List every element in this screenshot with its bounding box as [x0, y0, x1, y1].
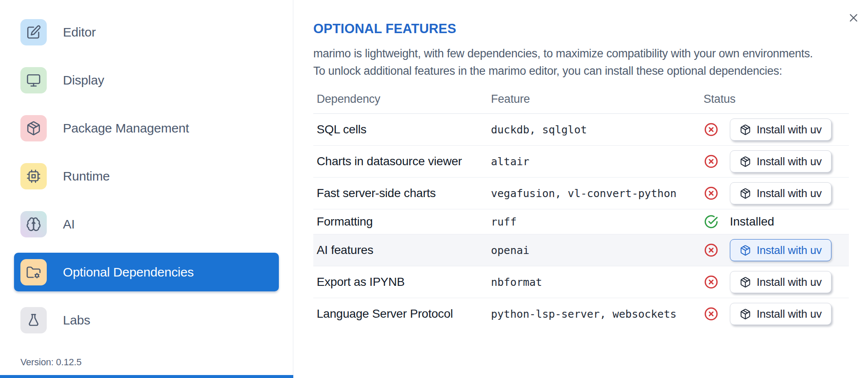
- sidebar-item-ai[interactable]: AI: [14, 205, 279, 243]
- bottom-accent-strip: [0, 375, 293, 378]
- sidebar-item-display[interactable]: Display: [14, 61, 279, 99]
- feature-packages: duckdb, sqlglot: [491, 124, 703, 136]
- status-cell: Install with uv: [703, 150, 849, 172]
- panel-title: OPTIONAL FEATURES: [313, 21, 868, 37]
- description-line-1: marimo is lightweight, with few dependen…: [313, 45, 857, 62]
- feature-packages: openai: [491, 244, 703, 257]
- install-button-label: Install with uv: [757, 244, 822, 257]
- description-line-2: To unlock additional features in the mar…: [313, 62, 857, 80]
- optional-features-panel: OPTIONAL FEATURES marimo is lightweight,…: [313, 0, 868, 378]
- dependency-name: Export as IPYNB: [317, 275, 491, 289]
- not-installed-icon: [703, 154, 719, 169]
- package-icon: [740, 276, 751, 288]
- install-with-uv-button[interactable]: Install with uv: [730, 303, 831, 325]
- status-cell: Install with uv: [703, 118, 849, 141]
- brain-icon: [20, 211, 47, 237]
- table-row: Fast server-side charts vegafusion, vl-c…: [313, 178, 849, 209]
- cpu-icon: [20, 163, 47, 189]
- install-with-uv-button[interactable]: Install with uv: [730, 182, 831, 204]
- install-with-uv-button[interactable]: Install with uv: [730, 150, 831, 172]
- sidebar-item-label: Display: [63, 73, 104, 87]
- sidebar-item-label: Optional Dependencies: [63, 265, 194, 279]
- sidebar-item-labs[interactable]: Labs: [14, 301, 279, 339]
- package-icon: [20, 115, 47, 141]
- dependency-name: Fast server-side charts: [317, 186, 491, 200]
- dependency-name: SQL cells: [317, 123, 491, 136]
- table-row: Charts in datasource viewer altair Insta…: [313, 146, 849, 178]
- panel-description: marimo is lightweight, with few dependen…: [313, 45, 857, 80]
- sidebar-item-runtime[interactable]: Runtime: [14, 157, 279, 195]
- table-header: Dependency Feature Status: [313, 93, 849, 114]
- sidebar-item-label: Labs: [63, 313, 90, 327]
- version-label: Version: 0.12.5: [20, 357, 82, 368]
- sidebar-item-editor[interactable]: Editor: [14, 13, 279, 51]
- table-row: Export as IPYNB nbformat Install with uv: [313, 266, 849, 298]
- install-with-uv-button[interactable]: Install with uv: [730, 271, 831, 293]
- feature-packages: ruff: [491, 216, 703, 228]
- status-cell: Install with uv: [703, 271, 849, 293]
- dependencies-table: Dependency Feature Status SQL cells duck…: [313, 93, 849, 330]
- feature-packages: nbformat: [491, 276, 703, 288]
- monitor-icon: [20, 67, 47, 93]
- package-icon: [740, 156, 751, 167]
- not-installed-icon: [703, 122, 719, 137]
- install-with-uv-button[interactable]: Install with uv: [730, 239, 831, 261]
- close-icon: [848, 12, 859, 24]
- header-status: Status: [703, 93, 849, 106]
- flask-icon: [20, 307, 47, 333]
- not-installed-icon: [703, 274, 719, 290]
- status-cell: Installed: [703, 214, 849, 229]
- edit-icon: [20, 19, 47, 45]
- install-with-uv-button[interactable]: Install with uv: [730, 118, 831, 141]
- status-cell: Install with uv: [703, 182, 849, 204]
- close-button[interactable]: [846, 10, 861, 25]
- sidebar-item-label: Package Management: [63, 121, 189, 135]
- sidebar-item-label: Runtime: [63, 169, 110, 183]
- table-row: SQL cells duckdb, sqlglot Install with u…: [313, 114, 849, 146]
- header-dependency: Dependency: [317, 93, 491, 106]
- not-installed-icon: [703, 186, 719, 201]
- table-row: AI features openai Install with uv: [313, 234, 849, 266]
- settings-sidebar: Editor Display Package Management Runtim…: [0, 0, 293, 378]
- install-button-label: Install with uv: [757, 187, 822, 200]
- feature-packages: python-lsp-server, websockets: [491, 308, 703, 320]
- folder-cog-icon: [20, 259, 47, 285]
- sidebar-item-label: AI: [63, 217, 75, 231]
- dependency-name: Charts in datasource viewer: [317, 155, 491, 168]
- install-button-label: Install with uv: [757, 307, 822, 321]
- feature-packages: altair: [491, 155, 703, 168]
- dependency-name: Language Server Protocol: [317, 307, 491, 321]
- sidebar-item-label: Editor: [63, 25, 96, 39]
- installed-label: Installed: [730, 215, 774, 228]
- sidebar-item-optional-dependencies[interactable]: Optional Dependencies: [14, 253, 279, 291]
- table-row: Formatting ruff Installed: [313, 209, 849, 234]
- table-body: SQL cells duckdb, sqlglot Install with u…: [313, 114, 849, 330]
- status-cell: Install with uv: [703, 239, 849, 261]
- dependency-name: AI features: [317, 243, 491, 257]
- install-button-label: Install with uv: [757, 123, 822, 136]
- not-installed-icon: [703, 243, 719, 258]
- dependency-name: Formatting: [317, 215, 491, 228]
- package-icon: [740, 124, 751, 135]
- package-icon: [740, 308, 751, 320]
- package-icon: [740, 245, 751, 256]
- header-feature: Feature: [491, 93, 703, 106]
- sidebar-nav: Editor Display Package Management Runtim…: [0, 13, 293, 339]
- sidebar-item-package-management[interactable]: Package Management: [14, 109, 279, 147]
- installed-icon: [703, 214, 719, 229]
- install-button-label: Install with uv: [757, 155, 822, 168]
- package-icon: [740, 188, 751, 199]
- feature-packages: vegafusion, vl-convert-python: [491, 187, 703, 200]
- table-row: Language Server Protocol python-lsp-serv…: [313, 298, 849, 330]
- install-button-label: Install with uv: [757, 276, 822, 289]
- not-installed-icon: [703, 306, 719, 322]
- status-cell: Install with uv: [703, 303, 849, 325]
